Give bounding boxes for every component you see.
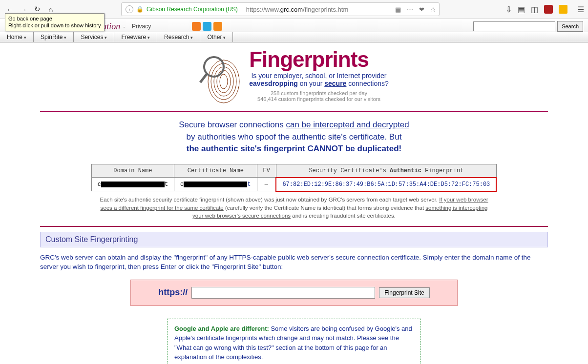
cell-ev: — xyxy=(257,178,276,191)
bookmark-star-icon[interactable]: ☆ xyxy=(427,6,439,13)
page-main: Fingerprints Is your employer, school, o… xyxy=(25,42,563,364)
menu-home[interactable]: Home▾ xyxy=(0,32,34,42)
fingerprint-table: Domain Name Certificate Name EV Security… xyxy=(91,164,497,192)
col-fingerprint: Security Certificate's Authentic Fingerp… xyxy=(276,164,496,178)
more-icon[interactable]: ⋯ xyxy=(404,6,416,13)
proto-label: https:// xyxy=(158,287,188,298)
col-certname: Certificate Name xyxy=(174,164,257,178)
social-icons xyxy=(192,22,222,31)
cert-org: Gibson Research Corporation (US) xyxy=(147,6,238,13)
library-icon[interactable]: ▤ xyxy=(518,5,525,14)
site-search: Search xyxy=(473,21,583,32)
url-text: https://www.grc.com/fingerprints.htm xyxy=(242,6,392,13)
col-domain: Domain Name xyxy=(91,164,174,178)
fingerprint-form: https:// Fingerprint Site xyxy=(130,280,458,306)
cell-certname: ct xyxy=(174,178,257,191)
table-row: ct ct — 67:82:ED:12:9E:86:37:49:B6:5A:1D… xyxy=(91,178,496,191)
menu-freeware[interactable]: Freeware▾ xyxy=(114,32,157,42)
hero-subtitle: Is your employer, school, or Internet pr… xyxy=(249,72,389,87)
reader-icon[interactable]: ▤ xyxy=(392,6,404,13)
domain-input[interactable] xyxy=(191,287,375,299)
rss-icon[interactable] xyxy=(213,22,222,31)
section-header: Custom Site Fingerprinting xyxy=(40,232,548,247)
page-title: Fingerprints xyxy=(249,47,389,72)
menu-research[interactable]: Research▾ xyxy=(157,32,200,42)
blogger-icon[interactable] xyxy=(192,22,201,31)
menu-spinrite[interactable]: SpinRite▾ xyxy=(34,32,74,42)
col-ev: EV xyxy=(257,164,276,178)
svg-line-6 xyxy=(200,74,207,82)
callout-box: Google and Apple are different: Some vis… xyxy=(167,319,421,364)
search-button[interactable]: Search xyxy=(557,21,583,32)
search-input[interactable] xyxy=(473,21,555,31)
svg-point-3 xyxy=(217,70,231,93)
sidebar-icon[interactable]: ◫ xyxy=(531,5,538,14)
site-identity-chip[interactable]: i 🔒 Gibson Research Corporation (US) xyxy=(122,3,242,16)
cell-fingerprint: 67:82:ED:12:9E:86:37:49:B6:5A:1D:57:35:A… xyxy=(276,178,496,191)
downloads-icon[interactable]: ⇩ xyxy=(505,5,512,14)
lock-icon: 🔒 xyxy=(136,6,144,13)
back-tooltip: Go back one page Right-click or pull dow… xyxy=(5,13,105,31)
table-note: Each site's authentic security certifica… xyxy=(99,196,489,220)
browser-toolbar: ← → ↻ ⌂ i 🔒 Gibson Research Corporation … xyxy=(0,0,588,19)
hero-stats: 258 custom fingerprints checked per day … xyxy=(249,90,389,102)
table-header-row: Domain Name Certificate Name EV Security… xyxy=(91,164,496,178)
pocket-icon[interactable]: ❤ xyxy=(416,6,427,13)
lead-text: Secure browser connections can be interc… xyxy=(25,119,563,155)
divider xyxy=(40,111,548,112)
menu-bar: Home▾ SpinRite▾ Services▾ Freeware▾ Rese… xyxy=(0,32,588,42)
cell-domain: ct xyxy=(91,178,174,191)
fingerprint-icon xyxy=(199,47,242,106)
toolbar-right: ⇩ ▤ ◫ ☰ xyxy=(505,5,585,14)
privacy-link[interactable]: Privacy xyxy=(132,23,151,30)
fingerprint-button[interactable]: Fingerprint Site xyxy=(379,287,429,298)
title-sep: · xyxy=(123,23,125,30)
hero: Fingerprints Is your employer, school, o… xyxy=(25,42,563,109)
twitter-icon[interactable] xyxy=(203,22,211,31)
divider-thin xyxy=(40,226,548,227)
menu-icon[interactable]: ☰ xyxy=(577,5,584,14)
address-bar[interactable]: i 🔒 Gibson Research Corporation (US) htt… xyxy=(121,2,440,16)
svg-point-5 xyxy=(204,57,224,77)
section-desc: GRC's web server can obtain and display … xyxy=(40,253,548,272)
info-icon: i xyxy=(126,5,133,13)
extension-icon[interactable] xyxy=(559,5,567,14)
menu-services[interactable]: Services▾ xyxy=(74,32,114,42)
menu-other[interactable]: Other▾ xyxy=(200,32,233,42)
svg-point-4 xyxy=(220,74,228,89)
ublock-icon[interactable] xyxy=(544,5,553,14)
